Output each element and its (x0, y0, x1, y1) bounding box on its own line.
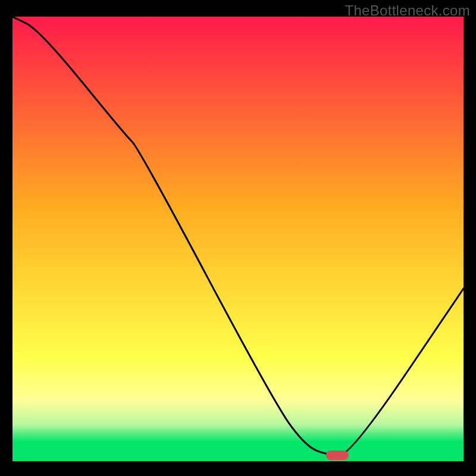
optimal-marker (326, 450, 349, 460)
chart-frame: TheBottleneck.com (0, 0, 476, 476)
bottleneck-chart (12, 17, 464, 464)
plot-area (12, 17, 464, 464)
